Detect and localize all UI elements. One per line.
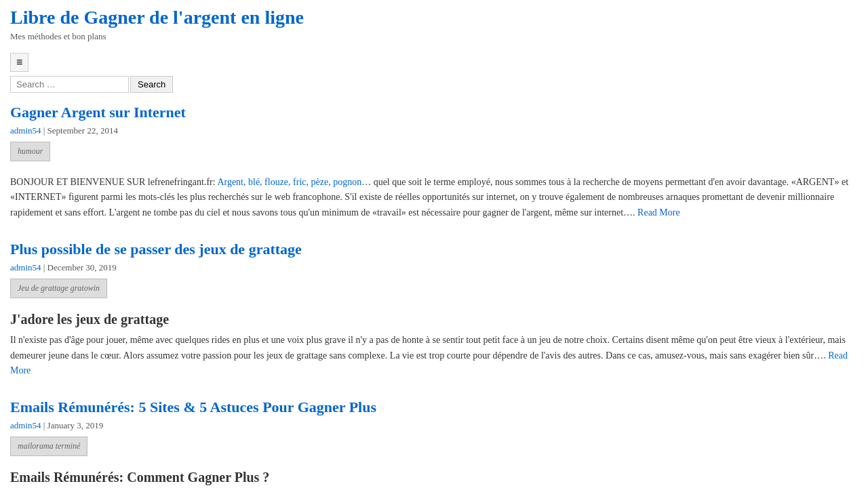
post-1-read-more[interactable]: Read More bbox=[637, 207, 680, 218]
post-3-date: January 3, 2019 bbox=[47, 420, 104, 430]
post-3-image-container: mailorama terminé bbox=[10, 436, 858, 463]
search-input[interactable] bbox=[10, 76, 129, 93]
post-3-image: mailorama terminé bbox=[10, 436, 87, 456]
search-button[interactable]: Search bbox=[130, 76, 173, 93]
post-1: Gagner Argent sur Internet admin54 | Sep… bbox=[10, 104, 858, 220]
site-title-link[interactable]: Libre de Gagner de l'argent en ligne bbox=[10, 7, 304, 28]
post-2-author-link[interactable]: admin54 bbox=[10, 262, 41, 272]
post-3-author-link[interactable]: admin54 bbox=[10, 420, 41, 430]
post-1-title: Gagner Argent sur Internet bbox=[10, 104, 858, 121]
post-1-title-link[interactable]: Gagner Argent sur Internet bbox=[10, 104, 186, 121]
post-3-title: Emails Rémunérés: 5 Sites & 5 Astuces Po… bbox=[10, 399, 858, 416]
post-3-meta: admin54 | January 3, 2019 bbox=[10, 420, 858, 431]
posts-container: Gagner Argent sur Internet admin54 | Sep… bbox=[10, 104, 858, 485]
post-2-meta: admin54 | December 30, 2019 bbox=[10, 262, 858, 273]
post-1-image: humour bbox=[10, 142, 50, 161]
site-description: Mes méthodes et bon plans bbox=[10, 31, 858, 42]
post-3-subtitle: Emails Rémunérés: Comment Gagner Plus ? bbox=[10, 470, 858, 485]
post-1-image-container: humour bbox=[10, 142, 858, 168]
post-1-meta: admin54 | September 22, 2014 bbox=[10, 125, 858, 136]
post-2-title: Plus possible de se passer des jeux de g… bbox=[10, 241, 858, 258]
post-3-title-link[interactable]: Emails Rémunérés: 5 Sites & 5 Astuces Po… bbox=[10, 399, 376, 415]
menu-toggle-icon: ≡ bbox=[16, 56, 22, 68]
menu-toggle-button[interactable]: ≡ bbox=[10, 53, 28, 72]
post-2-title-link[interactable]: Plus possible de se passer des jeux de g… bbox=[10, 241, 302, 258]
post-1-date: September 22, 2014 bbox=[47, 125, 118, 136]
post-2-read-more[interactable]: Read More bbox=[10, 350, 848, 375]
search-form: Search bbox=[10, 76, 858, 93]
post-2-content: Il n'existe pas d'âge pour jouer, même a… bbox=[10, 333, 858, 378]
post-2-image-container: Jeu de grattage gratowin bbox=[10, 279, 858, 305]
post-1-content: BONJOUR ET BIENVENUE SUR lefrenefringant… bbox=[10, 175, 858, 220]
post-1-inline-link[interactable]: Argent, blé, flouze, fric, pèze, pognon bbox=[217, 177, 361, 187]
post-2-subtitle: J'adore les jeux de grattage bbox=[10, 312, 858, 327]
post-3: Emails Rémunérés: 5 Sites & 5 Astuces Po… bbox=[10, 399, 858, 485]
site-header: Libre de Gagner de l'argent en ligne Mes… bbox=[10, 7, 858, 42]
post-2-image: Jeu de grattage gratowin bbox=[10, 279, 107, 298]
post-1-author-link[interactable]: admin54 bbox=[10, 125, 41, 136]
post-2-date: December 30, 2019 bbox=[47, 262, 117, 272]
post-2: Plus possible de se passer des jeux de g… bbox=[10, 241, 858, 378]
